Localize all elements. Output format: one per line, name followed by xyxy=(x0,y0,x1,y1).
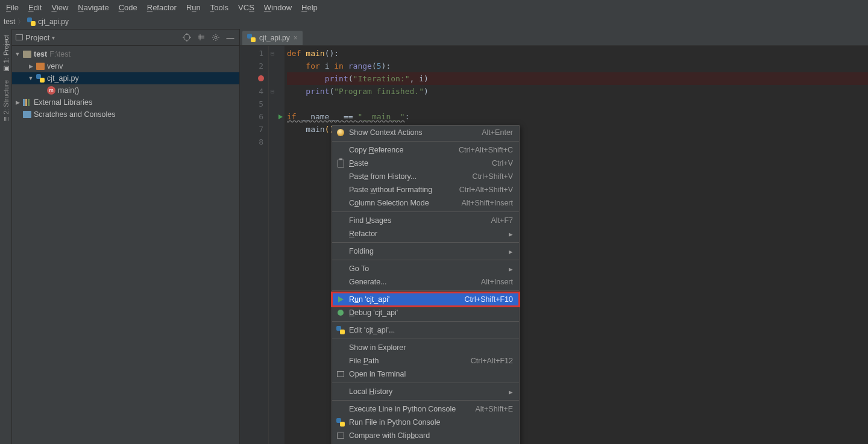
tree-venv[interactable]: ▶ venv xyxy=(12,60,239,72)
context-menu-label: Debug 'cjt_api' xyxy=(349,308,513,317)
project-panel-title[interactable]: Project ▾ xyxy=(16,33,178,42)
editor-tab[interactable]: cjt_api.py × xyxy=(242,31,303,45)
chevron-right-icon: ▸ xyxy=(509,247,513,256)
context-menu-label: Find Usages xyxy=(349,216,491,225)
context-menu-separator xyxy=(332,383,519,383)
close-icon[interactable]: × xyxy=(294,34,298,42)
chevron-right-icon: ▸ xyxy=(509,264,513,274)
context-menu-item[interactable]: Go To▸ xyxy=(332,262,519,275)
tab-structure-vertical[interactable]: ≣ 2: Structure xyxy=(2,77,10,125)
context-menu-item[interactable]: Local History▸ xyxy=(332,385,519,398)
context-menu-separator xyxy=(332,211,519,212)
menu-window[interactable]: Window xyxy=(262,3,294,12)
line-number-gutter[interactable]: 1 2 3 4 5 6 7 8 xyxy=(240,46,269,444)
context-menu-item[interactable]: Refactor▸ xyxy=(332,227,519,240)
menu-refactor[interactable]: Refactor xyxy=(145,3,179,12)
context-menu-shortcut: Alt+Enter xyxy=(482,128,513,137)
chevron-right-icon: ▸ xyxy=(509,230,513,239)
project-view-icon xyxy=(16,34,23,40)
context-menu-item[interactable]: Run 'cjt_api'Ctrl+Shift+F10 xyxy=(332,293,519,306)
scratches-icon xyxy=(23,111,31,118)
context-menu-item[interactable]: Paste from History...Ctrl+Shift+V xyxy=(332,170,519,183)
context-menu-item[interactable]: Run File in Python Console xyxy=(332,416,519,429)
context-menu-item[interactable]: Execute Line in Python ConsoleAlt+Shift+… xyxy=(332,402,519,416)
context-menu-item[interactable]: Folding▸ xyxy=(332,245,519,258)
context-menu-shortcut: Ctrl+Alt+Shift+V xyxy=(459,186,513,194)
python-file-icon xyxy=(247,34,256,42)
fold-gutter[interactable]: ⊟⊟ xyxy=(269,46,276,444)
context-menu-shortcut: Alt+Shift+Insert xyxy=(462,199,513,207)
context-menu-label: Folding xyxy=(349,247,509,255)
context-menu-label: Show in Explorer xyxy=(349,343,513,352)
context-menu-label: Copy Reference xyxy=(349,146,459,154)
context-menu-shortcut: Ctrl+Shift+V xyxy=(473,172,513,181)
run-icon xyxy=(336,295,345,304)
context-menu-item[interactable]: Generate...Alt+Insert xyxy=(332,275,519,289)
context-menu-item[interactable]: Show Context ActionsAlt+Enter xyxy=(332,126,519,139)
context-menu-item[interactable]: Show in Explorer xyxy=(332,341,519,354)
tree-root[interactable]: ▼ testF:\test xyxy=(12,48,239,60)
breadcrumb-root[interactable]: test xyxy=(4,17,15,26)
breadcrumb-chevron-icon: 〉 xyxy=(17,17,25,27)
context-menu-separator xyxy=(332,242,519,243)
py-icon xyxy=(336,417,345,427)
context-menu-shortcut: Ctrl+Shift+F10 xyxy=(464,295,513,304)
tree-func[interactable]: m main() xyxy=(12,84,239,96)
context-menu-item[interactable]: Paste without FormattingCtrl+Alt+Shift+V xyxy=(332,183,519,196)
chevron-right-icon: ▸ xyxy=(509,387,513,396)
chevron-right-icon: ▶ xyxy=(28,63,34,69)
locate-button[interactable] xyxy=(181,32,192,43)
menu-view[interactable]: View xyxy=(49,3,71,12)
context-menu-label: Refactor xyxy=(349,230,509,238)
context-menu-separator xyxy=(332,290,519,291)
context-menu-label: Paste from History... xyxy=(349,172,473,181)
run-gutter[interactable] xyxy=(276,46,285,444)
project-panel-header: Project ▾ — xyxy=(12,29,239,46)
context-menu-label: Run 'cjt_api' xyxy=(349,295,464,304)
menu-code[interactable]: Code xyxy=(116,3,140,12)
context-menu-label: Show Context Actions xyxy=(349,128,482,137)
context-menu-label: Generate... xyxy=(349,278,481,286)
run-gutter-icon[interactable] xyxy=(278,114,283,119)
context-menu-item[interactable]: Compare with Clipboard xyxy=(332,429,519,442)
menu-edit[interactable]: Edit xyxy=(26,3,44,12)
menu-file[interactable]: File xyxy=(4,3,21,12)
context-menu-item[interactable]: Column Selection ModeAlt+Shift+Insert xyxy=(332,196,519,210)
python-file-icon xyxy=(36,74,45,83)
settings-gear-icon[interactable] xyxy=(210,32,221,43)
menu-run[interactable]: Run xyxy=(184,3,203,12)
menu-tools[interactable]: Tools xyxy=(208,3,231,12)
chevron-down-icon: ▾ xyxy=(52,34,55,41)
context-menu-item[interactable]: Copy ReferenceCtrl+Alt+Shift+C xyxy=(332,143,519,157)
context-menu-item[interactable]: Open in Terminal xyxy=(332,367,519,381)
tree-scratches[interactable]: ▶ Scratches and Consoles xyxy=(12,108,239,120)
collapse-all-button[interactable] xyxy=(196,32,207,43)
tree-file[interactable]: ▼ cjt_api.py xyxy=(12,72,239,84)
context-menu-label: Paste without Formatting xyxy=(349,186,459,194)
svg-point-5 xyxy=(215,36,217,39)
context-menu-item[interactable]: Debug 'cjt_api' xyxy=(332,306,519,319)
context-menu-separator xyxy=(332,260,519,260)
menu-navigate[interactable]: Navigate xyxy=(75,3,111,12)
project-tree: ▼ testF:\test ▶ venv ▼ cjt_api.py m main… xyxy=(12,46,239,123)
context-menu-item[interactable]: File PathCtrl+Alt+F12 xyxy=(332,354,519,367)
tree-external-libraries[interactable]: ▶ External Libraries xyxy=(12,96,239,108)
bulb-icon xyxy=(336,128,345,137)
context-menu-item[interactable]: Edit 'cjt_api'... xyxy=(332,324,519,337)
tab-project-vertical[interactable]: ▣ 1: Project xyxy=(2,31,10,77)
project-panel: Project ▾ — ▼ testF:\test ▶ xyxy=(12,29,240,444)
method-icon: m xyxy=(47,86,55,95)
context-menu-shortcut: Alt+Shift+E xyxy=(475,405,513,413)
context-menu-item[interactable]: PasteCtrl+V xyxy=(332,157,519,170)
hide-panel-button[interactable]: — xyxy=(225,32,236,43)
breadcrumb-file[interactable]: cjt_api.py xyxy=(38,17,69,26)
context-menu-item[interactable]: Find UsagesAlt+F7 xyxy=(332,214,519,227)
menu-help[interactable]: Help xyxy=(299,3,320,12)
context-menu-label: Edit 'cjt_api'... xyxy=(349,326,513,334)
python-file-icon xyxy=(27,17,36,26)
context-menu-label: Paste xyxy=(349,159,492,167)
menu-vcs[interactable]: VCS xyxy=(236,3,257,12)
folder-icon xyxy=(23,51,31,58)
svg-point-0 xyxy=(184,34,190,40)
context-menu-separator xyxy=(332,400,519,401)
